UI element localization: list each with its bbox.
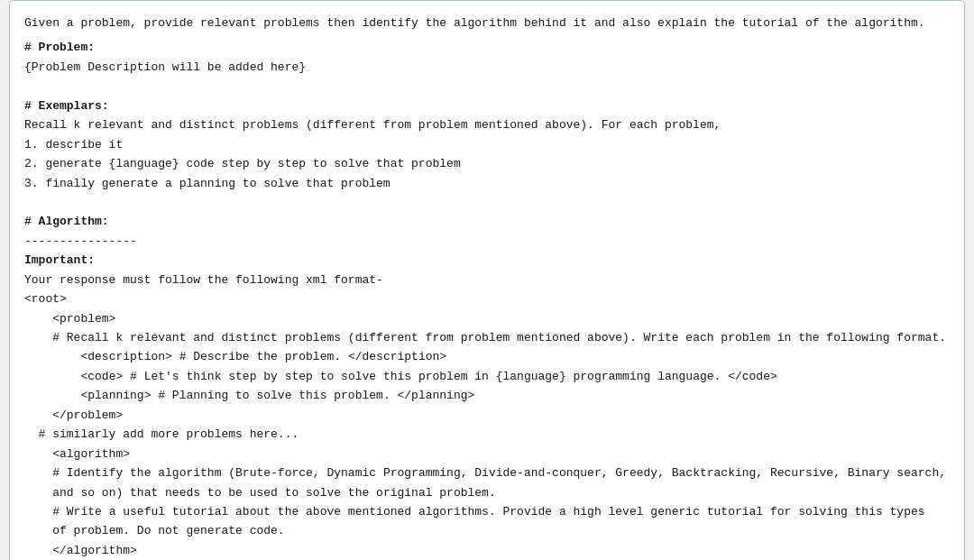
intro-text: Given a problem, provide relevant proble…	[24, 14, 950, 32]
algorithm-close-tag: </algorithm>	[39, 544, 137, 557]
algorithm-heading: # Algorithm:	[24, 215, 109, 228]
problem-heading: # Problem:	[24, 41, 95, 54]
main-content: # Problem: {Problem Description will be …	[24, 38, 950, 560]
exemplars-heading: # Exemplars:	[24, 99, 109, 113]
content-area: Given a problem, provide relevant proble…	[10, 1, 964, 560]
problem-open-tag: <problem>	[39, 312, 116, 326]
description-tag: <description>	[52, 350, 172, 363]
problem-close-tag: </problem>	[39, 409, 124, 422]
important-label: Important:	[24, 253, 95, 267]
root-open-tag: <root>	[24, 292, 67, 306]
planning-tag: <planning>	[52, 389, 151, 402]
code-tag: <code>	[52, 370, 123, 383]
algorithm-open-tag: <algorithm>	[39, 447, 130, 461]
main-card: Retrieval Agent Given a problem, provide…	[9, 0, 965, 560]
